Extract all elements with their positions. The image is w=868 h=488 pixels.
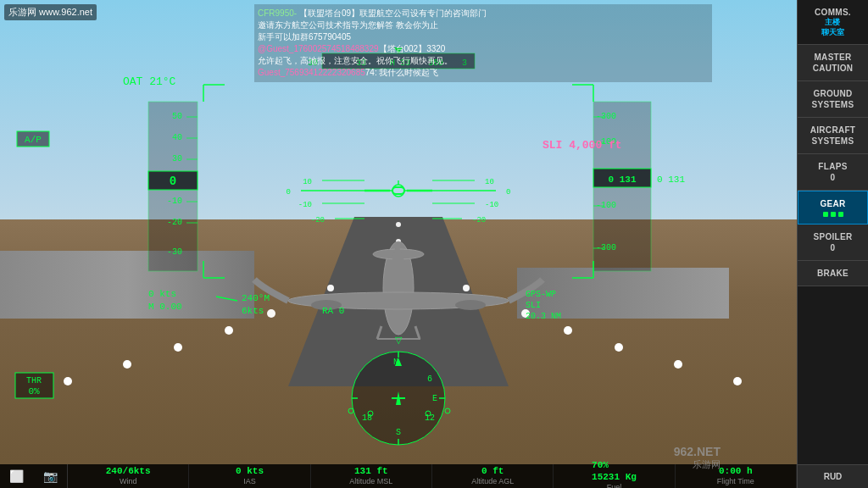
flight-time-value: 0:00 h	[719, 466, 753, 477]
right-panel: COMMS. 主楼聊天室 MASTERCAUTION GROUNDSYSTEMS…	[797, 0, 868, 488]
master-caution-button[interactable]: MASTERCAUTION	[798, 45, 868, 81]
ground-systems-button[interactable]: GROUNDSYSTEMS	[798, 81, 868, 118]
bottom-status-bar: ⬜ 📷 240/6kts Wind 0 kts IAS 131 ft Altit…	[0, 464, 797, 488]
fuel-label: Fuel	[607, 483, 622, 488]
screen-icon[interactable]: ⬜	[0, 464, 34, 488]
status-wind: 240/6kts Wind	[68, 464, 189, 488]
alt-agl-value: 0 ft	[481, 466, 504, 477]
airport-buildings-right	[517, 268, 729, 319]
spoiler-value: 0	[831, 243, 836, 252]
chat-line-1: CFR9950- 【联盟塔台09】联盟航空公司设有专门的咨询部门	[258, 8, 487, 18]
aircraft-systems-label: AIRCRAFTSYSTEMS	[810, 125, 856, 146]
status-alt-agl: 0 ft Altitude AGL	[432, 464, 554, 488]
camera-icon[interactable]: 📷	[34, 464, 68, 488]
airport-buildings-left	[0, 251, 254, 319]
flight-view: 50 40 30 0 -10 -20 -30 -300 -100 0 131 -…	[0, 0, 797, 488]
status-ias: 0 kts IAS	[189, 464, 310, 488]
brake-button[interactable]: BRAKE	[798, 261, 868, 286]
wind-value: 240/6kts	[106, 466, 151, 477]
chat-line-2: 邀请东方航空公司技术指导为您解答 教会你为止	[258, 20, 438, 30]
rud-button[interactable]: RUD	[798, 464, 868, 488]
flaps-value: 0	[831, 173, 836, 182]
master-caution-label: MASTERCAUTION	[813, 53, 854, 73]
flaps-label: FLAPS	[818, 162, 847, 171]
gear-button[interactable]: GEAR	[798, 191, 868, 225]
watermark-962-br: 962.NET	[674, 445, 721, 458]
rud-label: RUD	[824, 472, 843, 481]
alt-agl-label: Altitude AGL	[471, 477, 514, 486]
alt-msl-label: Altitude MSL	[349, 477, 392, 486]
comms-sub: 主楼聊天室	[801, 18, 865, 37]
fuel-value: 70%15231 Kg	[592, 460, 637, 482]
spoiler-button[interactable]: SPOILER 0	[798, 225, 868, 261]
bottom-icons: ⬜ 📷	[0, 464, 68, 488]
status-fuel: 70%15231 Kg Fuel	[554, 464, 675, 488]
gear-dot-2	[831, 212, 836, 217]
gear-dot-1	[823, 212, 828, 217]
chat-line-5: 允许起飞，高地报，注意安全。祝你飞行顺快再见。	[258, 56, 453, 65]
chat-line-4: @Guest_176002574518488329【塔台002】3320	[258, 44, 445, 53]
gear-label: GEAR	[820, 199, 845, 208]
watermark-top-left: 乐游网 www.962.net	[4, 4, 97, 20]
aircraft-systems-button[interactable]: AIRCRAFTSYSTEMS	[798, 118, 868, 154]
comms-label: COMMS.	[815, 8, 851, 17]
status-alt-msl: 131 ft Altitude MSL	[311, 464, 432, 488]
spoiler-label: SPOILER	[814, 232, 853, 241]
wind-label: Wind	[120, 477, 137, 486]
flaps-button[interactable]: FLAPS 0	[798, 154, 868, 191]
gear-indicator	[802, 212, 864, 217]
comms-button[interactable]: COMMS. 主楼聊天室	[798, 0, 868, 45]
gear-dot-3	[838, 212, 843, 217]
status-data: 240/6kts Wind 0 kts IAS 131 ft Altitude …	[68, 464, 797, 488]
chat-line-6: Guest_7569341222232068574: 我什么时候起飞	[258, 68, 438, 77]
chat-overlay: CFR9950- 【联盟塔台09】联盟航空公司设有专门的咨询部门 邀请东方航空公…	[254, 4, 712, 82]
alt-msl-value: 131 ft	[354, 466, 388, 477]
watermark-leyou: 乐游网	[693, 458, 721, 471]
panel-spacer	[798, 286, 868, 464]
brake-label: BRAKE	[817, 269, 849, 278]
ias-label: IAS	[243, 477, 256, 486]
chat-line-3: 新手可以加群675790405	[258, 32, 351, 42]
ias-value: 0 kts	[236, 466, 264, 477]
ground-systems-label: GROUNDSYSTEMS	[812, 89, 854, 109]
flight-time-label: Flight Time	[717, 477, 754, 486]
